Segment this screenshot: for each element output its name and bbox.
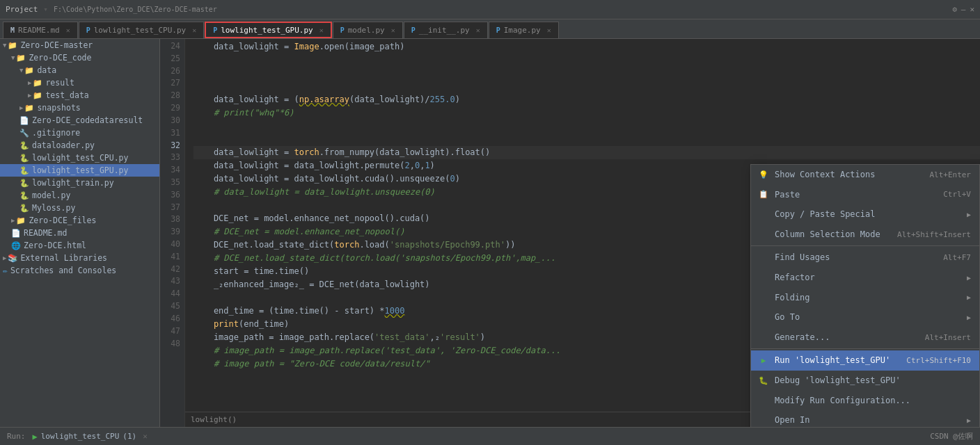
sidebar-item-dataresult[interactable]: 📄 Zero-DCE_codedataresult [0,114,159,127]
sidebar-item-model[interactable]: 🐍 model.py [0,189,159,202]
menu-item-run[interactable]: ▶ Run 'lowlight_test_GPU' Ctrl+Shift+F10 [751,350,979,371]
generate-icon [758,332,769,343]
zero-dce-code-label: Zero-DCE_code [29,53,91,63]
sidebar-item-zero-dce-code[interactable]: ▼ 📁 Zero-DCE_code [0,51,159,64]
menu-item-modify-run[interactable]: Modify Run Configuration... [751,391,979,411]
sidebar-item-gitignore[interactable]: 🔧 .gitignore [0,127,159,139]
sidebar-item-scratches[interactable]: ✏ Scratches and Consoles [0,264,159,277]
code-line-25 [193,54,980,67]
bottom-bar: Run: ▶ lowlight_test_CPU (1) ✕ CSDN @佐啊 [0,427,980,445]
menu-item-column-selection[interactable]: Column Selection Mode Alt+Shift+Insert [751,225,979,245]
menu-item-find-usages[interactable]: Find Usages Alt+F7 [751,248,979,268]
line-numbers: 24252627 28293031 32 33343536 37383940 4… [160,39,185,427]
folder-icon: 📁 [8,41,17,50]
menu-item-open-in[interactable]: Open In ▶ [751,410,979,427]
title-bar: Project ▾ F:\Code\Python\Zero_DCE\Zero-D… [0,0,980,19]
sidebar-item-test-data[interactable]: ▶ 📁 test_data [0,89,159,102]
menu-item-show-context[interactable]: 💡 Show Context Actions Alt+Enter [751,165,979,185]
tab-readme[interactable]: M README.md ✕ [3,22,78,38]
run-tab[interactable]: ▶ lowlight_test_CPU (1) ✕ [33,432,148,442]
sidebar-item-root[interactable]: ▼ 📁 Zero-DCE-master [0,39,159,51]
run-shortcut: Ctrl+Shift+F10 [906,355,971,366]
tab-image-close[interactable]: ✕ [547,26,551,34]
code-line-24: data_lowlight = Image.open(image_path) [193,40,980,54]
go-to-label: Go To [775,311,800,324]
tab-image[interactable]: P Image.py ✕ [489,22,559,38]
tab-init[interactable]: P __init__.py ✕ [404,22,488,38]
sidebar-item-snapshots[interactable]: ▶ 📁 snapshots [0,102,159,114]
editor-area[interactable]: 24252627 28293031 32 33343536 37383940 4… [160,39,980,427]
paste-icon: 📋 [758,189,769,200]
tab-model-close[interactable]: ✕ [391,26,395,34]
snapshots-label: snapshots [37,103,80,113]
menu-item-paste[interactable]: 📋 Paste Ctrl+V [751,185,979,205]
show-context-label: Show Context Actions [775,168,876,181]
sidebar-item-result[interactable]: ▶ 📁 result [0,76,159,89]
menu-item-go-to[interactable]: Go To ▶ [751,307,979,327]
sidebar-item-lowlight-cpu[interactable]: 🐍 lowlight_test_CPU.py [0,152,159,164]
goto-icon [758,312,769,323]
menu-item-generate[interactable]: Generate... Alt+Insert [751,327,979,348]
tab-init-label: __init__.py [419,26,470,35]
copy-paste-label: Copy / Paste Special [775,208,876,221]
project-label[interactable]: Project [6,5,38,14]
arrow-icon: ▼ [11,54,15,61]
lowlight-train-label: lowlight_train.py [32,178,114,188]
tab-cpu[interactable]: P lowlight_test_CPU.py ✕ [79,22,205,38]
gitignore-label: .gitignore [32,128,80,138]
column-selection-shortcut: Alt+Shift+Insert [897,229,971,241]
menu-item-folding[interactable]: Folding ▶ [751,288,979,308]
context-menu: 💡 Show Context Actions Alt+Enter 📋 Paste… [750,164,980,427]
py-icon: P [86,26,90,34]
sidebar-item-lowlight-train[interactable]: 🐍 lowlight_train.py [0,177,159,189]
folder-icon: 📁 [24,104,34,113]
arrow-icon: ▶ [19,104,23,111]
menu-item-refactor[interactable]: Refactor ▶ [751,268,979,288]
tab-readme-close[interactable]: ✕ [66,26,70,34]
status-right: CSDN @佐啊 [930,431,973,442]
menu-item-copy-paste-special[interactable]: Copy / Paste Special ▶ [751,204,979,225]
refactor-label: Refactor [775,271,815,284]
tab-gpu-close[interactable]: ✕ [319,26,324,34]
code-line-29: # print("whq"*6) [193,106,980,120]
settings-icon[interactable]: ⚙ [952,5,957,14]
find-usages-label: Find Usages [775,251,830,264]
py-icon-gpu: P [213,26,217,34]
sidebar-item-readme[interactable]: 📄 README.md [0,227,159,239]
sidebar-item-dataloader[interactable]: 🐍 dataloader.py [0,139,159,152]
tab-gpu[interactable]: P lowlight_test_GPU.py ✕ [205,22,332,38]
run-close[interactable]: ✕ [143,432,148,441]
sidebar-item-data[interactable]: ▼ 📁 data [0,64,159,76]
tab-init-close[interactable]: ✕ [476,26,480,34]
sidebar-item-lowlight-gpu[interactable]: 🐍 lowlight_test_GPU.py [0,164,159,177]
sidebar-item-myloss[interactable]: 🐍 Myloss.py [0,202,159,214]
sidebar-item-external-libs[interactable]: ▶ 📚 External Libraries [0,252,159,264]
minimize-icon[interactable]: — [961,5,966,14]
refactor-icon [758,272,769,283]
menu-item-debug[interactable]: 🐛 Debug 'lowlight_test_GPU' [751,371,979,391]
folder-icon: 📁 [33,79,42,88]
run-file-name: lowlight_test_CPU [41,432,120,441]
find-usages-shortcut: Alt+F7 [943,252,971,264]
tab-model-label: model.py [348,26,385,35]
code-area[interactable]: data_lowlight = Image.open(image_path) d… [185,39,980,427]
model-label: model.py [32,191,70,200]
modify-run-icon [758,395,769,406]
editor-content: 24252627 28293031 32 33343536 37383940 4… [160,39,980,427]
tab-model[interactable]: P model.py ✕ [333,22,403,38]
close-icon[interactable]: ✕ [970,5,974,14]
result-label: result [45,78,74,88]
folder-icon: 📁 [33,91,42,100]
tab-cpu-close[interactable]: ✕ [192,26,196,34]
code-line-30 [193,120,980,133]
readme-label: README.md [24,228,67,238]
arrow-icon: ▶ [3,254,6,261]
sidebar-item-zero-dce-files[interactable]: ▶ 📁 Zero-DCE_files [0,214,159,227]
dataloader-label: dataloader.py [32,140,95,150]
run-num: (1) [122,432,136,441]
folder-icon: 📁 [16,216,26,225]
arrow-right-icon: ▶ [967,273,971,284]
breadcrumb-text: lowlight() [191,415,237,424]
window-controls: ⚙ — ✕ [952,5,974,14]
sidebar-item-zero-dce-html[interactable]: 🌐 Zero-DCE.html [0,239,159,252]
